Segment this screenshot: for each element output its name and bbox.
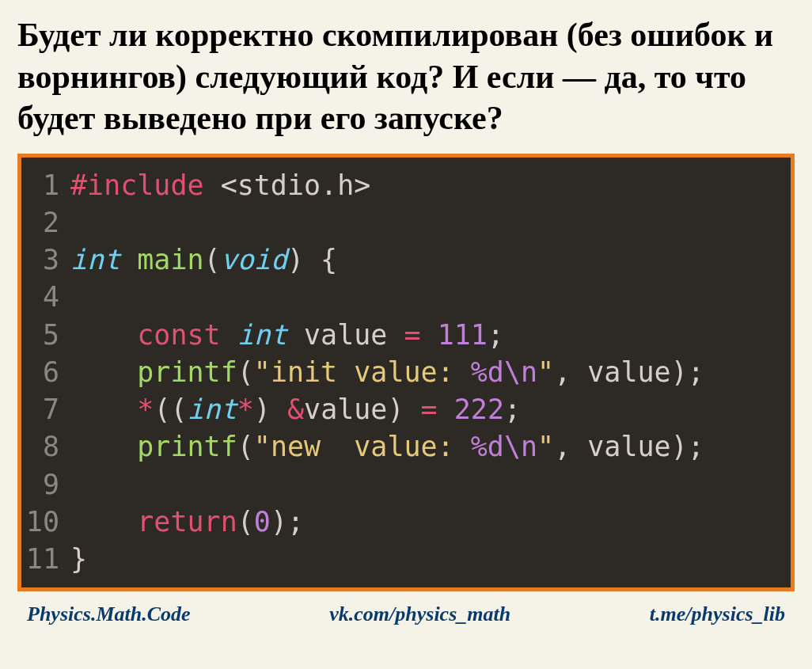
code-line: 5 const int value = 111; <box>21 317 791 354</box>
code-content: *((int*) &value) = 222; <box>70 391 791 428</box>
code-line: 4 <box>21 279 791 316</box>
code-content: } <box>70 541 791 578</box>
line-number: 6 <box>21 354 70 391</box>
line-number: 1 <box>21 167 70 204</box>
code-content: return(0); <box>70 504 791 541</box>
code-content <box>70 279 791 316</box>
line-number: 3 <box>21 241 70 279</box>
footer-brand: Physics.Math.Code <box>27 602 191 626</box>
line-number: 10 <box>21 504 70 541</box>
code-block: 1#include <stdio.h>2 3int main(void) {4 … <box>17 154 795 592</box>
footer-vk: vk.com/physics_math <box>329 602 510 626</box>
code-content: int main(void) { <box>70 241 791 279</box>
code-line: 2 <box>21 204 791 241</box>
code-content <box>70 466 791 504</box>
question-text: Будет ли корректно скомпилирован (без ош… <box>17 14 795 139</box>
code-line: 1#include <stdio.h> <box>21 167 791 204</box>
line-number: 11 <box>21 541 70 578</box>
code-content: printf("init value: %d\n", value); <box>70 354 791 391</box>
footer: Physics.Math.Code vk.com/physics_math t.… <box>17 602 795 626</box>
line-number: 5 <box>21 317 70 354</box>
line-number: 4 <box>21 279 70 316</box>
line-number: 8 <box>21 428 70 466</box>
code-line: 3int main(void) { <box>21 241 791 279</box>
code-line: 10 return(0); <box>21 504 791 541</box>
code-line: 8 printf("new value: %d\n", value); <box>21 428 791 466</box>
code-line: 9 <box>21 466 791 504</box>
code-content: #include <stdio.h> <box>70 167 791 204</box>
line-number: 2 <box>21 204 70 241</box>
code-content <box>70 204 791 241</box>
footer-tg: t.me/physics_lib <box>650 602 785 626</box>
code-line: 7 *((int*) &value) = 222; <box>21 391 791 428</box>
code-line: 11} <box>21 541 791 578</box>
line-number: 9 <box>21 466 70 504</box>
code-content: printf("new value: %d\n", value); <box>70 428 791 466</box>
code-content: const int value = 111; <box>70 317 791 354</box>
code-line: 6 printf("init value: %d\n", value); <box>21 354 791 391</box>
line-number: 7 <box>21 391 70 428</box>
